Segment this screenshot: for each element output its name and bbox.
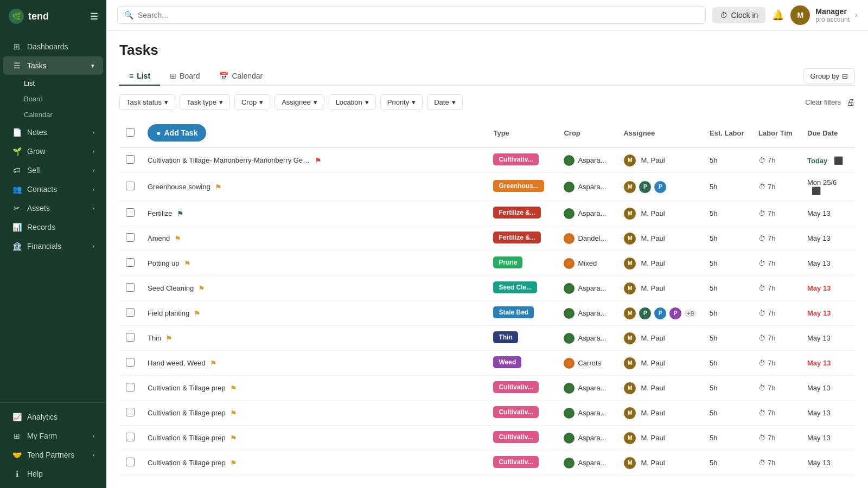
due-date-value: May 13 [807,234,831,242]
mini-avatar: P [639,181,652,194]
sidebar-item-dashboards[interactable]: ⊞ Dashboards [3,37,103,56]
sidebar-subitem-board[interactable]: Board [0,91,106,107]
user-info[interactable]: M Manager pro account › [790,5,857,25]
tab-list[interactable]: ≡ List [119,67,160,86]
row-checkbox[interactable] [126,358,135,367]
filter-crop[interactable]: Crop ▾ [234,94,270,110]
search-box[interactable]: 🔍 [117,7,706,24]
search-icon: 🔍 [124,11,133,20]
avatar: M [790,5,810,25]
assignee-name: M. Paul [641,234,665,242]
tab-calendar[interactable]: 📅 Calendar [209,67,272,86]
row-checkbox[interactable] [126,458,135,466]
crop-dot [564,433,575,444]
sidebar-item-assets[interactable]: ✂ Assets › [3,199,103,217]
due-date-value: Today [807,157,827,165]
sidebar-item-label: Notes [27,128,47,137]
row-checkbox[interactable] [126,308,135,317]
chevron-down-icon: ▾ [259,98,263,106]
due-date-value: May 13 [807,334,831,342]
row-checkbox-cell [119,326,141,351]
mini-avatar: M [623,282,636,295]
search-input[interactable] [138,11,699,20]
crop-name: Aspara... [578,183,606,191]
subtask-icon[interactable]: ⬛ [812,187,821,195]
sidebar-item-my-farm[interactable]: ⊞ My Farm › [3,427,103,445]
tab-board[interactable]: ⊞ Board [160,67,209,86]
crop-cell: Aspara... [557,326,617,351]
user-role: pro account [815,16,850,23]
sidebar-item-help[interactable]: ℹ Help [3,465,103,483]
sidebar-item-notes[interactable]: 📄 Notes › [3,123,103,142]
col-header-task: ● Add Task [141,119,487,147]
sidebar-item-tend-partners[interactable]: 🤝 Tend Partners › [3,446,103,464]
row-checkbox[interactable] [126,208,135,217]
row-checkbox[interactable] [126,408,135,416]
group-by-button[interactable]: Group by ⊟ [803,68,855,84]
row-checkbox[interactable] [126,283,135,292]
print-icon[interactable]: 🖨 [846,98,855,107]
select-all-checkbox[interactable] [126,128,135,137]
sidebar-item-contacts[interactable]: 👥 Contacts › [3,180,103,198]
flag-icon: ⚑ [230,459,237,467]
assignee-name: M. Paul [641,359,665,367]
labor-time-value: 7h [768,459,775,467]
chevron-down-icon: ▾ [365,98,369,106]
row-checkbox[interactable] [126,258,135,267]
timer-icon: ⏱ [758,209,765,217]
sidebar-item-label: Contacts [27,185,57,194]
sidebar-item-label: Financials [27,242,61,251]
mini-avatar: M [623,332,636,345]
sidebar-item-analytics[interactable]: 📈 Analytics [3,408,103,426]
assignee-name: M. Paul [641,209,665,217]
labor-time-value: 7h [768,284,775,292]
task-type-cell: Thin [487,326,557,351]
sidebar-item-label: My Farm [27,432,57,440]
filter-label: Date [434,98,449,106]
type-badge: Fertilize &... [493,207,540,219]
clock-in-button[interactable]: ⏱ Clock in [712,7,765,23]
task-type-cell: Stale Bed [487,301,557,326]
filter-assignee[interactable]: Assignee ▾ [275,94,324,110]
task-name-cell: Cultivation & Tillage prep ⚑ [141,401,487,426]
crop-name: Mixed [578,259,597,267]
contacts-icon: 👥 [12,185,22,194]
my-farm-icon: ⊞ [12,432,22,440]
row-checkbox[interactable] [126,383,135,391]
subtask-icon[interactable]: ⬛ [834,156,843,165]
row-checkbox[interactable] [126,333,135,342]
filter-task-type[interactable]: Task type ▾ [180,94,230,110]
filter-location[interactable]: Location ▾ [329,94,376,110]
sidebar-item-sell[interactable]: 🏷 Sell › [3,161,103,179]
type-badge: Cultivativ... [493,153,538,165]
sidebar-item-records[interactable]: 📊 Records [3,218,103,236]
clear-filters-button[interactable]: Clear filters [805,98,841,106]
assets-icon: ✂ [12,204,22,213]
row-checkbox-cell [119,451,141,476]
sidebar-item-grow[interactable]: 🌱 Grow › [3,142,103,160]
task-name: Greenhouse sowing [148,183,210,191]
sidebar-subitem-calendar[interactable]: Calendar [0,107,106,123]
labor-time-cell: ⏱ 7h [752,201,801,226]
crop-cell: Dandel... [557,226,617,251]
type-badge: Cultivativ... [493,456,538,468]
assignee-cell: M M. Paul [617,376,703,401]
hamburger-icon[interactable]: ☰ [90,11,98,22]
row-checkbox[interactable] [126,433,135,441]
row-checkbox[interactable] [126,182,135,190]
filter-task-status[interactable]: Task status ▾ [119,94,175,110]
app-name: tend [28,11,49,22]
sidebar-subitem-list[interactable]: List [0,75,106,91]
main-content: 🔍 ⏱ Clock in 🔔 M Manager pro account › T… [106,0,868,488]
col-header-type: Type [487,119,557,147]
add-task-button[interactable]: ● Add Task [148,124,206,142]
notification-icon[interactable]: 🔔 [772,9,784,21]
sidebar-item-tasks[interactable]: ☰ Tasks ▾ [3,56,103,75]
analytics-icon: 📈 [12,413,22,421]
col-header-est-labor: Est. Labor [703,119,752,147]
filter-date[interactable]: Date ▾ [427,94,462,110]
sidebar-item-financials[interactable]: 🏦 Financials › [3,237,103,255]
filter-priority[interactable]: Priority ▾ [380,94,423,110]
row-checkbox[interactable] [126,155,135,164]
row-checkbox[interactable] [126,233,135,242]
